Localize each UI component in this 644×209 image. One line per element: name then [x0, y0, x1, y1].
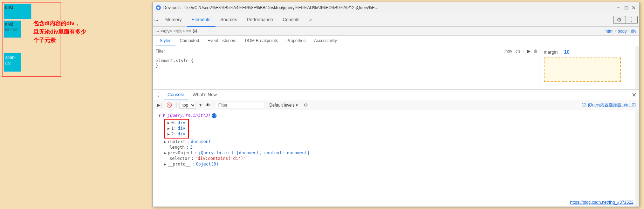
console-toolbar: ▶| 🚫 | top ▾ 👁 | Default levels ▾ ⚙ 12-j… — [153, 100, 639, 110]
item-2-key: 2: — [171, 132, 176, 136]
delete-button[interactable]: 🗑 — [534, 49, 538, 54]
item-0-arrow[interactable]: ▶ — [167, 121, 170, 125]
console-tab-whats-new[interactable]: What's New — [189, 90, 220, 100]
styles-filter-bar: :hov .cls + ▶| 🗑 — [153, 46, 541, 56]
tab-performance[interactable]: Performance — [242, 13, 278, 27]
dropdown-btn[interactable]: ▾ — [198, 102, 203, 108]
console-settings-button[interactable]: ⚙ — [302, 102, 309, 108]
window-controls: － □ ✕ — [616, 5, 636, 10]
devtools-window: DevTools - file:///C:/Users/%E8%B5%A4%E5… — [152, 2, 639, 207]
div1-label: div1 — [5, 5, 13, 10]
tab-console[interactable]: Console — [278, 13, 304, 27]
info-icon[interactable]: ⓘ — [212, 113, 217, 118]
execute-button[interactable]: ▶| — [156, 102, 163, 108]
span-div-element: span-div — [4, 53, 21, 72]
item-2-value: div — [178, 132, 185, 136]
settings-button[interactable]: ⚙ — [613, 16, 625, 24]
breadcrumb-dots: ··· — [156, 29, 159, 34]
console-filter-input[interactable] — [216, 102, 265, 108]
context-arrow[interactable]: ▶ — [164, 140, 166, 144]
devtools-tabs: ··· Memory Elements Sources Performance … — [153, 13, 639, 27]
console-more-button[interactable]: ⋮ — [156, 92, 161, 98]
context-key: context — [168, 139, 186, 144]
jquery-init-arrow[interactable]: ▼ — [158, 113, 161, 118]
styles-content: element.style { } — [153, 56, 541, 89]
breadcrumb: ··· </div> </div> == $4 html › body › di… — [153, 27, 639, 36]
format-button[interactable]: ▶| — [527, 49, 532, 54]
close-button[interactable]: ✕ — [631, 5, 636, 10]
more-options-button[interactable]: ⋮ — [625, 16, 638, 24]
bottom-link[interactable]: https://blog.csdn.net/fhq_#371522 — [570, 200, 633, 205]
title-bar: DevTools - file:///C:/Users/%E8%B5%A4%E5… — [153, 2, 639, 13]
subtab-accessibility[interactable]: Accessibility — [310, 36, 341, 46]
element-subtabs: Styles Computed Event Listeners DOM Brea… — [153, 36, 639, 46]
subtab-event-listeners[interactable]: Event Listeners — [203, 36, 241, 46]
styles-scrollbar[interactable] — [636, 46, 639, 89]
jquery-init-text: ▼ jQuery.fn.init(3) — [162, 113, 210, 118]
console-header: ⋮ Console What's New ✕ — [153, 90, 639, 100]
toolbar-separator: | — [176, 102, 177, 108]
demo-area: div1 div2 50 × 50 span-div 包含di内容的div， 且… — [0, 0, 151, 209]
tab-elements[interactable]: Elements — [187, 13, 215, 27]
console-source-link[interactable]: 12-jQuery内容选择器.html:21 — [582, 102, 636, 108]
breadcrumb-sep-2: › — [628, 29, 630, 34]
box-model-value: 10 — [564, 49, 570, 55]
breadcrumb-div[interactable]: div — [631, 29, 636, 34]
subtab-dom-breakpoints[interactable]: DOM Breakpoints — [241, 36, 282, 46]
selector-key: selector — [170, 156, 190, 161]
clear-button[interactable]: 🚫 — [165, 102, 173, 108]
proto-arrow[interactable]: ▶ — [164, 162, 166, 167]
div2-element: div2 50 × 50 — [4, 20, 21, 38]
item-1-value: div — [178, 126, 185, 131]
tab-dots[interactable]: ··· — [154, 17, 158, 23]
styles-right: margin 10 — [541, 46, 636, 89]
breadcrumb-html[interactable]: html — [605, 29, 614, 34]
tab-memory[interactable]: Memory — [160, 13, 187, 27]
length-line: length : 3 — [170, 145, 630, 150]
div1-element: div1 — [4, 4, 32, 19]
subtab-computed[interactable]: Computed — [176, 36, 203, 46]
prev-object-line: ▶ prevObject : jQuery.fn.init [document,… — [164, 150, 630, 155]
tab-more[interactable]: » — [304, 13, 317, 27]
annotation-text: 包含di内容的div， 且无论div里面有多少 个子元素 — [33, 19, 114, 45]
elements-panel: ··· </div> </div> == $4 html › body › di… — [153, 27, 639, 90]
box-model-label: margin — [544, 49, 561, 55]
breadcrumb-divtag: </div> — [160, 29, 172, 34]
eye-icon[interactable]: 👁 — [205, 102, 210, 108]
length-value: 3 — [190, 145, 193, 150]
hov-button[interactable]: :hov — [504, 49, 512, 54]
console-scrollbar[interactable] — [636, 110, 639, 207]
maximize-button[interactable]: □ — [624, 5, 629, 10]
proto-key: __proto__ — [168, 162, 191, 167]
item-1-arrow[interactable]: ▶ — [167, 126, 170, 131]
context-line: ▶ context : document — [164, 139, 630, 144]
context-value: document — [191, 139, 211, 144]
items-box: ▶ 0: div ▶ 1: div ▶ 2: div — [164, 119, 189, 139]
tab-sources[interactable]: Sources — [215, 13, 242, 27]
plus-button[interactable]: + — [523, 49, 525, 54]
breadcrumb-sep-1: › — [615, 29, 616, 34]
breadcrumb-eq: == — [186, 29, 191, 34]
element-style-code: element.style { } — [156, 58, 193, 68]
cls-button[interactable]: .cls — [514, 49, 521, 54]
breadcrumb-dollar: $4 — [192, 29, 197, 34]
prev-object-arrow[interactable]: ▶ — [164, 151, 166, 155]
devtools-main: ··· </div> </div> == $4 html › body › di… — [153, 27, 639, 207]
proto-line: ▶ __proto__ : Object(0) — [164, 162, 630, 167]
item-0-key: 0: — [171, 120, 176, 125]
styles-filter-input[interactable] — [156, 49, 502, 54]
default-levels-dropdown[interactable]: Default levels ▾ — [267, 102, 300, 108]
item-0-line: ▶ 0: div — [167, 120, 185, 125]
jquery-init-line: ▼ ▼ jQuery.fn.init(3) ⓘ — [158, 113, 630, 118]
minimize-button[interactable]: － — [616, 5, 621, 10]
frame-selector[interactable]: top — [179, 102, 196, 109]
window-title: DevTools - file:///C:/Users/%E8%B5%A4%E5… — [163, 5, 616, 10]
subtab-styles[interactable]: Styles — [156, 36, 176, 46]
item-2-line: ▶ 2: div — [167, 132, 185, 136]
console-tab-console[interactable]: Console — [164, 90, 188, 100]
console-close-button[interactable]: ✕ — [632, 92, 636, 98]
breadcrumb-body[interactable]: body — [618, 29, 627, 34]
prev-object-key: prevObject — [168, 150, 193, 155]
item-2-arrow[interactable]: ▶ — [167, 132, 170, 136]
subtab-properties[interactable]: Properties — [282, 36, 310, 46]
